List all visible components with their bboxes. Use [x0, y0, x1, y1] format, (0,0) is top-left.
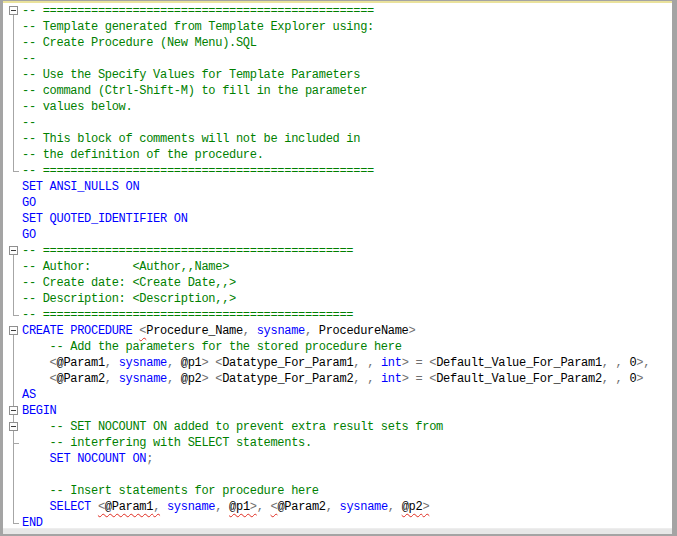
- code-token: , ,: [602, 372, 630, 386]
- fold-guide-line: [13, 339, 14, 355]
- fold-collapse-icon[interactable]: [9, 6, 18, 15]
- code-line[interactable]: <@Param2, sysname, @p2> <Datatype_For_Pa…: [3, 371, 672, 387]
- code-token: -- =====================================…: [22, 4, 374, 18]
- code-token: @Param1: [57, 356, 105, 370]
- code-token: -- =====================================…: [22, 308, 353, 322]
- code-line[interactable]: -- Template generated from Template Expl…: [3, 19, 672, 35]
- fold-gutter: [3, 179, 20, 195]
- code-line[interactable]: -- =====================================…: [3, 307, 672, 323]
- code-line[interactable]: --: [3, 115, 672, 131]
- fold-gutter: [3, 3, 20, 19]
- code-token: [22, 452, 50, 466]
- fold-guide-line: [13, 259, 14, 275]
- code-line[interactable]: -- =====================================…: [3, 163, 672, 179]
- code-token-error-squiggle: >: [250, 500, 257, 514]
- code-line[interactable]: AS: [3, 387, 672, 403]
- code-token: >: [636, 372, 643, 386]
- code-token: > = <: [402, 372, 437, 386]
- code-token: sysname: [119, 356, 167, 370]
- fold-gutter: [3, 211, 20, 227]
- code-line[interactable]: --: [3, 51, 672, 67]
- editor-window: -- =====================================…: [0, 0, 677, 536]
- code-line[interactable]: END: [3, 515, 672, 529]
- fold-gutter: [3, 291, 20, 307]
- code-line[interactable]: GO: [3, 195, 672, 211]
- code-line[interactable]: BEGIN: [3, 403, 672, 419]
- fold-collapse-icon[interactable]: [9, 326, 18, 335]
- code-line[interactable]: -- Author: <Author,,Name>: [3, 259, 672, 275]
- code-line[interactable]: -- interfering with SELECT statements.: [3, 435, 672, 451]
- code-token: > = <: [402, 356, 437, 370]
- fold-gutter: [3, 355, 20, 371]
- horizontal-scrollbar[interactable]: [3, 528, 672, 534]
- code-line[interactable]: -- command (Ctrl-Shift-M) to fill in the…: [3, 83, 672, 99]
- code-token-error-squiggle: @p2: [402, 500, 423, 514]
- code-token-error-squiggle: <: [98, 500, 105, 514]
- fold-guide-line: [13, 147, 14, 163]
- fold-collapse-icon[interactable]: [9, 422, 18, 431]
- fold-gutter: [3, 243, 20, 259]
- fold-gutter: [3, 147, 20, 163]
- code-line[interactable]: <@Param1, sysname, @p1> <Datatype_For_Pa…: [3, 355, 672, 371]
- code-text: -- Template generated from Template Expl…: [20, 19, 374, 35]
- code-line[interactable]: SELECT <@Param1, sysname, @p1>, <@Param2…: [3, 499, 672, 515]
- code-line[interactable]: GO: [3, 227, 672, 243]
- fold-gutter: [3, 323, 20, 339]
- code-text: -- Insert statements for procedure here: [20, 483, 319, 499]
- code-token: <: [22, 356, 57, 370]
- fold-guide-line: [13, 291, 14, 307]
- code-token: ,: [105, 372, 119, 386]
- code-line[interactable]: -- Description: <Description,,>: [3, 291, 672, 307]
- fold-guide-line: [13, 83, 14, 99]
- code-text: -- command (Ctrl-Shift-M) to fill in the…: [20, 83, 367, 99]
- sql-editor[interactable]: -- =====================================…: [3, 1, 672, 534]
- code-token: --: [22, 116, 36, 130]
- code-line[interactable]: -- Add the parameters for the stored pro…: [3, 339, 672, 355]
- code-line[interactable]: -- SET NOCOUNT ON added to prevent extra…: [3, 419, 672, 435]
- fold-guide-line: [13, 499, 14, 515]
- code-text: --: [20, 115, 36, 131]
- code-line[interactable]: -- values below.: [3, 99, 672, 115]
- fold-gutter: [3, 275, 20, 291]
- code-token: @Param2: [57, 372, 105, 386]
- code-line[interactable]: SET ANSI_NULLS ON: [3, 179, 672, 195]
- code-line[interactable]: -- =====================================…: [3, 3, 672, 19]
- code-token: -- This block of comments will not be in…: [22, 132, 360, 146]
- code-token: ,: [326, 500, 340, 514]
- fold-guide-line: [13, 307, 14, 315]
- code-token: -- command (Ctrl-Shift-M) to fill in the…: [22, 84, 367, 98]
- code-text: -- SET NOCOUNT ON added to prevent extra…: [20, 419, 443, 435]
- code-line[interactable]: CREATE PROCEDURE <Procedure_Name, sysnam…: [3, 323, 672, 339]
- code-text: -- values below.: [20, 99, 132, 115]
- code-text: SET QUOTED_IDENTIFIER ON: [20, 211, 188, 227]
- code-line[interactable]: SET NOCOUNT ON;: [3, 451, 672, 467]
- code-lines[interactable]: -- =====================================…: [3, 3, 672, 529]
- code-text: -- Create date: <Create Date,,>: [20, 275, 236, 291]
- code-line[interactable]: [3, 467, 672, 483]
- code-line[interactable]: -- Create date: <Create Date,,>: [3, 275, 672, 291]
- code-text: AS: [20, 387, 36, 403]
- code-line[interactable]: -- This block of comments will not be in…: [3, 131, 672, 147]
- code-line[interactable]: -- Insert statements for procedure here: [3, 483, 672, 499]
- code-token: sysname: [257, 324, 305, 338]
- code-token: SELECT: [50, 500, 98, 514]
- code-token: GO: [22, 196, 36, 210]
- fold-collapse-icon[interactable]: [9, 246, 18, 255]
- code-token: ,: [243, 324, 257, 338]
- code-line[interactable]: -- =====================================…: [3, 243, 672, 259]
- fold-collapse-icon[interactable]: [9, 406, 18, 415]
- code-line[interactable]: SET QUOTED_IDENTIFIER ON: [3, 211, 672, 227]
- code-line[interactable]: -- the definition of the procedure.: [3, 147, 672, 163]
- fold-guide-line: [13, 371, 14, 387]
- fold-gutter: [3, 515, 20, 529]
- code-line[interactable]: -- Use the Specify Values for Template P…: [3, 67, 672, 83]
- code-token: @p2: [181, 372, 202, 386]
- code-token: Default_Value_For_Param2: [436, 372, 602, 386]
- code-token: -- Create date: <Create Date,,>: [22, 276, 236, 290]
- code-token: > <: [201, 356, 222, 370]
- fold-guide-line: [13, 51, 14, 67]
- code-line[interactable]: -- Create Procedure (New Menu).SQL: [3, 35, 672, 51]
- fold-gutter: [3, 83, 20, 99]
- code-text: -- Description: <Description,,>: [20, 291, 236, 307]
- code-text: [20, 467, 22, 483]
